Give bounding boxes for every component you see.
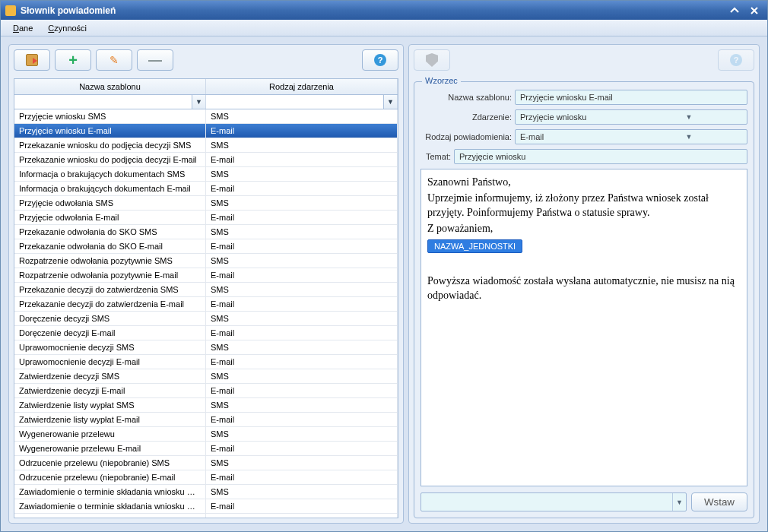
table-row[interactable]: Przekazanie decyzji do zatwierdzenia E-m…: [14, 297, 398, 312]
table-row[interactable]: Zatwierdzenie decyzji SMSSMS: [14, 369, 398, 384]
help-button[interactable]: ?: [362, 49, 398, 71]
table-row[interactable]: Rozpatrzenie odwołania pozytywnie SMSSMS: [14, 254, 398, 268]
app-icon: [5, 5, 16, 16]
col-header-name[interactable]: Nazwa szablonu: [14, 79, 206, 94]
cell-event: E-mail: [206, 239, 398, 253]
cell-event: SMS: [206, 340, 398, 354]
cell-name: Przekazanie wniosku do podjęcia decyzji …: [14, 153, 206, 166]
body-line: [427, 259, 741, 274]
chevron-down-icon: ▼: [631, 111, 747, 123]
table-header: Nazwa szablonu Rodzaj zdarzenia: [14, 79, 398, 95]
edit-button[interactable]: ✎: [96, 49, 132, 71]
col-header-event[interactable]: Rodzaj zdarzenia: [206, 79, 398, 94]
body-editor[interactable]: Szanowni Państwo, Uprzejmie informujemy,…: [420, 169, 747, 486]
table-row[interactable]: Przyjęcie odwołania SMSSMS: [14, 196, 398, 211]
cell-event: SMS: [206, 109, 398, 123]
right-panel: ? Wzorzec Nazwa szablonu: Zdarzenie: Prz…: [408, 44, 760, 524]
cell-event: SMS: [206, 427, 398, 441]
table-row[interactable]: Przyjęcie wniosku E-mailE-mail: [14, 124, 398, 138]
cell-name: Zawiadomienie o terminie składania wnios…: [14, 485, 206, 499]
cell-name: Przekazanie decyzji do zatwierdzenia E-m…: [14, 297, 206, 311]
cell-event: E-mail: [206, 268, 398, 282]
cell-name: Wygenerowanie przelewu: [14, 427, 206, 441]
right-toolbar: ?: [414, 49, 754, 71]
cell-event: E-mail: [206, 297, 398, 311]
select-event[interactable]: Przyjęcie wniosku ▼: [515, 109, 747, 125]
label-subject: Temat:: [420, 152, 451, 161]
body-line: Uprzejmie informujemy, iż złożony przez …: [427, 192, 741, 220]
table-row[interactable]: Przekazanie decyzji do zatwierdzenia SMS…: [14, 283, 398, 297]
table-row[interactable]: Przyjęcie wniosku SMSSMS: [14, 109, 398, 124]
table-row[interactable]: Uprawomocnienie decyzji E-mailE-mail: [14, 355, 398, 369]
select-event-value: Przyjęcie wniosku: [516, 110, 631, 124]
select-notification-type[interactable]: E-mail ▼: [515, 129, 747, 144]
table-row[interactable]: Przekazanie odwołania do SKO SMSSMS: [14, 225, 398, 239]
table-row[interactable]: Wszczęcie postępowania w sprawie SMSSMS: [14, 514, 398, 518]
table-row[interactable]: Doręczenie decyzji E-mailE-mail: [14, 326, 398, 340]
table-row[interactable]: Zawiadomienie o terminie składania wnios…: [14, 499, 398, 514]
exit-button[interactable]: [14, 49, 50, 71]
cell-name: Wygenerowanie przelewu E-mail: [14, 442, 206, 455]
table-row[interactable]: Wygenerowanie przelewuSMS: [14, 427, 398, 442]
cell-event: E-mail: [206, 442, 398, 455]
table-row[interactable]: Informacja o brakujących dokumentach SMS…: [14, 167, 398, 182]
input-subject[interactable]: [454, 149, 747, 164]
table-row[interactable]: Uprawomocnienie decyzji SMSSMS: [14, 340, 398, 355]
add-button[interactable]: +: [55, 49, 91, 71]
filter-name-input[interactable]: [14, 95, 192, 109]
cell-event: SMS: [206, 196, 398, 210]
table-row[interactable]: Zatwierdzenie listy wypłat E-mailE-mail: [14, 413, 398, 427]
remove-button[interactable]: —: [137, 49, 173, 71]
table-row[interactable]: Doręczenie decyzji SMSSMS: [14, 312, 398, 326]
table-row[interactable]: Informacja o brakujących dokumentach E-m…: [14, 182, 398, 196]
insert-button[interactable]: Wstaw: [691, 492, 747, 511]
left-toolbar: + ✎ — ?: [14, 49, 398, 71]
cell-name: Odrzucenie przelewu (niepobranie) E-mail: [14, 470, 206, 484]
cell-event: E-mail: [206, 153, 398, 166]
table-body[interactable]: Przyjęcie wniosku SMSSMSPrzyjęcie wniosk…: [14, 109, 398, 518]
filter-name-dropdown[interactable]: ▼: [192, 95, 205, 109]
table-row[interactable]: Przekazanie wniosku do podjęcia decyzji …: [14, 153, 398, 167]
cell-name: Doręczenie decyzji SMS: [14, 312, 206, 325]
filter-row: ▼ ▼: [14, 95, 398, 109]
table-row[interactable]: Przekazanie odwołania do SKO E-mailE-mai…: [14, 239, 398, 254]
filter-event-input[interactable]: [206, 95, 383, 109]
close-button[interactable]: [746, 4, 763, 17]
cell-name: Informacja o brakujących dokumentach SMS: [14, 167, 206, 181]
table-row[interactable]: Rozpatrzenie odwołania pozytywnie E-mail…: [14, 268, 398, 283]
cell-name: Odrzucenie przelewu (niepobranie) SMS: [14, 456, 206, 470]
cell-name: Przekazanie decyzji do zatwierdzenia SMS: [14, 283, 206, 296]
table-row[interactable]: Odrzucenie przelewu (niepobranie) SMSSMS: [14, 456, 398, 470]
collapse-button[interactable]: [726, 4, 743, 17]
menu-dane[interactable]: Dane: [5, 22, 40, 34]
cell-event: SMS: [206, 312, 398, 325]
insert-combo[interactable]: ▼: [420, 492, 687, 511]
label-notification-type: Rodzaj powiadomienia:: [420, 132, 512, 141]
table-row[interactable]: Zawiadomienie o terminie składania wnios…: [14, 485, 398, 499]
body-line: Szanowni Państwo,: [427, 176, 741, 190]
table-row[interactable]: Przyjęcie odwołania E-mailE-mail: [14, 211, 398, 225]
cell-event: E-mail: [206, 470, 398, 484]
cell-name: Przyjęcie wniosku E-mail: [14, 124, 206, 138]
label-template-name: Nazwa szablonu:: [420, 93, 512, 102]
cell-name: Przyjęcie wniosku SMS: [14, 109, 206, 123]
cell-name: Zatwierdzenie listy wypłat SMS: [14, 398, 206, 412]
menu-czynnosci[interactable]: Czynności: [40, 22, 94, 34]
cell-name: Informacja o brakujących dokumentach E-m…: [14, 182, 206, 195]
placeholder-chip[interactable]: NAZWA_JEDNOSTKI: [427, 239, 522, 253]
table-row[interactable]: Wygenerowanie przelewu E-mailE-mail: [14, 442, 398, 456]
table-row[interactable]: Odrzucenie przelewu (niepobranie) E-mail…: [14, 470, 398, 485]
left-panel: + ✎ — ? Nazwa szablonu Rodzaj zdarzenia …: [8, 44, 404, 524]
cell-event: E-mail: [206, 413, 398, 426]
insert-combo-value: [421, 493, 672, 511]
input-template-name[interactable]: [515, 90, 747, 105]
titlebar: Słownik powiadomień: [1, 1, 767, 20]
table-row[interactable]: Przekazanie wniosku do podjęcia decyzji …: [14, 138, 398, 153]
table-row[interactable]: Zatwierdzenie listy wypłat SMSSMS: [14, 398, 398, 413]
cell-event: E-mail: [206, 384, 398, 397]
table-row[interactable]: Zatwierdzenie decyzji E-mailE-mail: [14, 384, 398, 398]
filter-event-dropdown[interactable]: ▼: [383, 95, 397, 109]
cell-event: SMS: [206, 398, 398, 412]
cell-name: Rozpatrzenie odwołania pozytywnie SMS: [14, 254, 206, 268]
shield-button: [414, 49, 450, 71]
